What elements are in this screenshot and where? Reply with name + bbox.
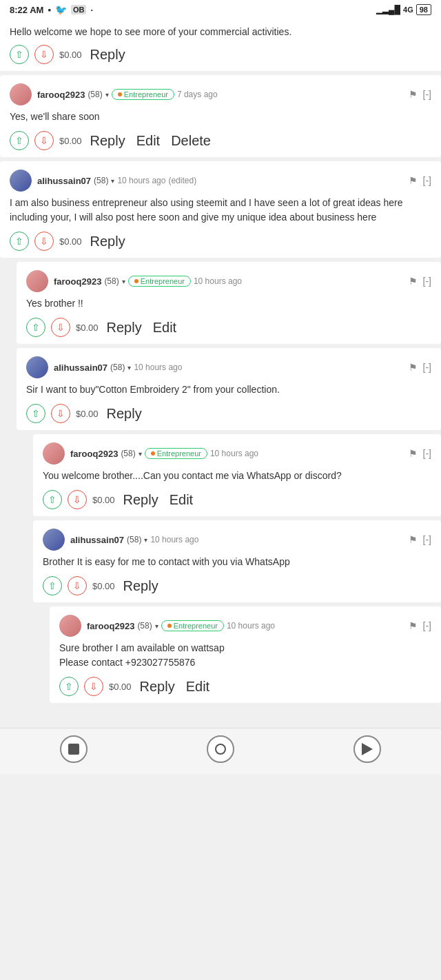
comment-body: Sure brother I am available on wattsap P… (59, 641, 431, 670)
downvote-button[interactable]: ⇩ (34, 131, 54, 150)
comment-body: I am also business entrepreneur also usi… (10, 196, 431, 225)
dropdown-arrow-icon[interactable]: ▾ (122, 278, 125, 285)
comment-meta: alihussain07 (58) ▾ 10 hours ago (edited… (37, 176, 403, 186)
upvote-button[interactable]: ⇧ (59, 677, 79, 696)
reputation: (58) (88, 90, 102, 99)
vote-row: ⇧ ⇩ $0.00 Reply Edit (26, 318, 431, 337)
vote-row: ⇧ ⇩ $0.00 Reply Edit (43, 490, 431, 509)
vote-amount: $0.00 (109, 682, 132, 692)
nav-back-button[interactable] (60, 735, 88, 763)
comment-header: farooq2923 (58) ▾ Entrepreneur 10 hours … (26, 270, 431, 292)
time: 8:22 AM (10, 5, 43, 15)
vote-amount: $0.00 (59, 236, 82, 247)
badge-dot (134, 279, 139, 283)
comment-card-3: farooq2923 (58) ▾ Entrepreneur 10 hours … (17, 262, 441, 344)
comment-body: Yes brother !! (26, 296, 431, 311)
flag-icon[interactable]: ⚑ (409, 620, 418, 631)
comment-meta: alihussain07 (58) ▾ 10 hours ago (70, 535, 403, 545)
avatar (26, 270, 48, 292)
edit-button[interactable]: Edit (167, 492, 196, 508)
reply-button[interactable]: Reply (88, 234, 128, 249)
vote-row: ⇧ ⇩ $0.00 Reply (10, 45, 431, 64)
downvote-button[interactable]: ⇩ (34, 232, 54, 251)
vote-amount: $0.00 (76, 409, 99, 419)
collapse-icon[interactable]: [-] (423, 362, 431, 373)
timestamp: 7 days ago (177, 90, 218, 99)
collapse-icon[interactable]: [-] (423, 175, 431, 186)
collapse-icon[interactable]: [-] (423, 89, 431, 100)
collapse-icon[interactable]: [-] (423, 448, 431, 459)
collapse-icon[interactable]: [-] (423, 620, 431, 631)
avatar (59, 615, 81, 637)
comment-actions-right: ⚑ [-] (409, 362, 431, 373)
reply-button[interactable]: Reply (121, 578, 161, 594)
username: farooq2923 (37, 90, 85, 100)
vote-row: ⇧ ⇩ $0.00 Reply Edit (59, 677, 431, 696)
reply-button[interactable]: Reply (104, 320, 145, 336)
comment-actions-right: ⚑ [-] (409, 175, 431, 186)
downvote-button[interactable]: ⇩ (68, 490, 87, 509)
comment-header: alihussain07 (58) ▾ 10 hours ago (edited… (10, 170, 431, 192)
vote-amount: $0.00 (92, 495, 115, 505)
vote-amount: $0.00 (59, 136, 82, 146)
collapse-icon[interactable]: [-] (423, 276, 431, 287)
vote-row: ⇧ ⇩ $0.00 Reply (10, 232, 431, 251)
upvote-button[interactable]: ⇧ (43, 576, 62, 595)
dropdown-arrow-icon[interactable]: ▾ (127, 364, 131, 371)
flag-icon[interactable]: ⚑ (409, 362, 418, 373)
app-icon-square: ▪ (48, 5, 51, 15)
reputation: (58) (127, 535, 141, 544)
comment-header: farooq2923 (58) ▾ Entrepreneur 10 hours … (59, 615, 431, 637)
upvote-button[interactable]: ⇧ (43, 490, 62, 509)
edit-button[interactable]: Edit (150, 320, 179, 336)
dropdown-arrow-icon[interactable]: ▾ (111, 177, 114, 185)
comment-meta: farooq2923 (58) ▾ Entrepreneur 10 hours … (70, 448, 403, 459)
timestamp: 10 hours ago (194, 276, 242, 286)
nav-back-icon-button[interactable] (353, 735, 381, 763)
reputation: (58) (110, 363, 125, 372)
edit-button[interactable]: Edit (134, 133, 163, 149)
upvote-button[interactable]: ⇧ (26, 404, 45, 423)
username: alihussain07 (54, 363, 107, 373)
delete-button[interactable]: Delete (168, 133, 214, 149)
timestamp: 10 hours ago (227, 621, 275, 631)
upvote-button[interactable]: ⇧ (10, 232, 29, 251)
downvote-button[interactable]: ⇩ (34, 45, 54, 64)
edit-button[interactable]: Edit (183, 679, 212, 695)
twitter-icon: 🐦 (55, 4, 67, 15)
comment-card-2: alihussain07 (58) ▾ 10 hours ago (edited… (0, 161, 441, 258)
comment-card-7: farooq2923 (58) ▾ Entrepreneur 10 hours … (50, 606, 441, 703)
reply-button[interactable]: Reply (104, 406, 145, 422)
comment-header: alihussain07 (58) ▾ 10 hours ago ⚑ [-] (43, 529, 431, 551)
collapse-icon[interactable]: [-] (423, 534, 431, 545)
reputation: (58) (137, 621, 152, 631)
reply-button[interactable]: Reply (88, 47, 128, 63)
signal-icon: ▁▂▄█ (376, 5, 400, 14)
edited-label: (edited) (168, 176, 196, 185)
upvote-button[interactable]: ⇧ (26, 318, 45, 337)
reply-button[interactable]: Reply (121, 492, 161, 508)
badge-dot (167, 624, 172, 628)
comment-actions-right: ⚑ [-] (409, 276, 431, 287)
downvote-button[interactable]: ⇩ (84, 677, 103, 696)
flag-icon[interactable]: ⚑ (409, 534, 418, 545)
battery-icon: 98 (416, 4, 431, 15)
dropdown-arrow-icon[interactable]: ▾ (105, 91, 109, 99)
downvote-button[interactable]: ⇩ (68, 576, 87, 595)
vote-row: ⇧ ⇩ $0.00 Reply (26, 404, 431, 423)
dropdown-arrow-icon[interactable]: ▾ (155, 622, 158, 630)
flag-icon[interactable]: ⚑ (409, 276, 418, 287)
reply-button[interactable]: Reply (137, 679, 178, 695)
flag-icon[interactable]: ⚑ (409, 175, 418, 186)
upvote-button[interactable]: ⇧ (10, 45, 29, 64)
flag-icon[interactable]: ⚑ (409, 89, 418, 100)
reply-button[interactable]: Reply (88, 133, 128, 149)
downvote-button[interactable]: ⇩ (51, 318, 70, 337)
dropdown-arrow-icon[interactable]: ▾ (139, 450, 142, 458)
nav-home-button[interactable] (207, 735, 234, 763)
downvote-button[interactable]: ⇩ (51, 404, 70, 423)
dropdown-arrow-icon[interactable]: ▾ (144, 536, 147, 544)
upvote-button[interactable]: ⇧ (10, 131, 29, 150)
flag-icon[interactable]: ⚑ (409, 448, 418, 459)
comment-card-1: farooq2923 (58) ▾ Entrepreneur 7 days ag… (0, 75, 441, 157)
